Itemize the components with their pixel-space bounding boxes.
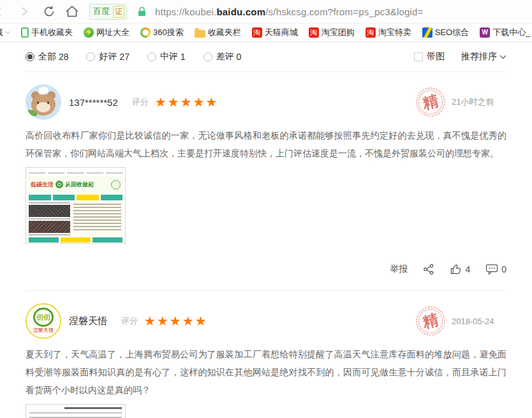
- review-item: 仞仞 涅磐天悟 涅磐天悟 评分 ★★★★★ 精 2018-05-24 夏天到了，…: [26, 290, 506, 418]
- like-button[interactable]: 4: [450, 263, 470, 275]
- featured-stamp: 精: [414, 304, 447, 338]
- bookmark-folder-partial[interactable]: 藏: [0, 27, 10, 38]
- radio-icon: [203, 52, 212, 61]
- review-timestamp: 2018-05-24: [452, 317, 506, 326]
- bookmark-mobile-favorites[interactable]: 手机收藏夹: [21, 27, 73, 38]
- chevron-down-icon: [5, 30, 10, 35]
- bookmark-taobao-groupon[interactable]: 淘 淘宝团购: [309, 27, 355, 38]
- review-photo-thumbnail[interactable]: 低碳生活 从回收做起: [26, 167, 126, 244]
- address-bar-url[interactable]: https://koubei.baidu.com/s/hskcsg.com?fr…: [155, 6, 424, 17]
- filter-count: 1: [181, 52, 186, 62]
- review-username: 137******52: [69, 97, 118, 108]
- radio-icon: [26, 52, 34, 61]
- back-icon[interactable]: [0, 3, 8, 20]
- bookmark-download-center[interactable]: W 下载中心_: [480, 27, 530, 38]
- filter-positive[interactable]: 好评 27: [86, 51, 129, 63]
- thumb-nav-tabs: [29, 195, 122, 200]
- bookmark-tmall[interactable]: 淘 天猫商城: [252, 27, 298, 38]
- sort-dropdown[interactable]: 推荐排序: [461, 51, 506, 63]
- checkbox-icon: [414, 52, 423, 61]
- filter-count: 27: [119, 52, 129, 62]
- seo-icon: [422, 27, 432, 38]
- url-host: baidu.com: [216, 6, 265, 17]
- thumb-doc-line: [29, 412, 122, 414]
- rating-label: 评分: [121, 315, 138, 327]
- review-page: 全部 28 好评 27 中评 1 差评 0 带图 推荐排序: [0, 42, 532, 418]
- url-path: /s/hskcsg.com?from=ps_pc3&logid=: [265, 6, 423, 17]
- review-text: 夏天到了，天气高温了，上海腾布贸易公司为了服装加工厂着想给特别提醒了高温天气注意…: [26, 345, 506, 399]
- comment-button[interactable]: 0: [485, 264, 506, 275]
- bookmark-seo[interactable]: SEO综合: [422, 27, 469, 38]
- download-center-icon: W: [480, 27, 490, 38]
- chevron-down-icon: [499, 55, 506, 59]
- review-action-bar: 举报 4: [26, 263, 506, 290]
- filter-all[interactable]: 全部 28: [26, 51, 68, 63]
- favorites-folder-icon: [195, 30, 205, 38]
- bookmark-site-directory[interactable]: 网址大全: [84, 27, 129, 38]
- like-count: 4: [465, 264, 470, 274]
- review-filter-bar: 全部 28 好评 27 中评 1 差评 0 带图 推荐排序: [26, 42, 506, 71]
- star-rating: ★★★★★: [144, 315, 208, 327]
- https-lock-icon: [133, 3, 150, 20]
- mobile-favorites-icon: [21, 27, 29, 38]
- thumb-menu-bar: [29, 170, 122, 175]
- thumbs-up-icon: [450, 263, 462, 275]
- avatar-logo-ring: 仞仞: [33, 308, 54, 327]
- avatar-logo-text: 涅磐天悟: [27, 327, 60, 334]
- thumb-logo-badge: [111, 180, 121, 190]
- review-photo-thumbnail[interactable]: [26, 404, 126, 418]
- bookmark-favorites-folder[interactable]: 收藏夹栏: [195, 27, 241, 38]
- thumb-text-column: [72, 202, 122, 235]
- review-text: 高价回收布料厂家你们是比较诚信的一家，无论做事风格和老板的承诺都能够按照事先约定…: [26, 126, 506, 162]
- report-button[interactable]: 举报: [390, 264, 408, 275]
- thumb-banner: 低碳生活 从回收做起: [29, 176, 122, 193]
- thumb-photo-column: [29, 202, 70, 235]
- url-scheme: https://koubei.: [155, 6, 216, 17]
- tmall-icon: 淘: [252, 27, 262, 38]
- avatar[interactable]: 仞仞 涅磐天悟: [26, 303, 61, 339]
- taobao-icon: 淘: [309, 27, 319, 38]
- site-directory-icon: [84, 27, 94, 38]
- star-rating: ★★★★★: [155, 96, 219, 108]
- rating-label: 评分: [132, 96, 149, 108]
- featured-stamp: 精: [414, 86, 447, 119]
- recycle-icon: [55, 181, 63, 188]
- comment-icon: [485, 264, 498, 275]
- avatar[interactable]: [26, 84, 61, 120]
- taobao-icon: 淘: [366, 27, 376, 38]
- comment-count: 0: [501, 264, 506, 274]
- forward-icon[interactable]: [15, 3, 32, 20]
- thumb-doc-title: [64, 407, 122, 409]
- radio-icon: [147, 52, 156, 61]
- filter-neutral[interactable]: 中评 1: [147, 51, 186, 63]
- cert-badge-label: 百度: [92, 6, 111, 17]
- with-image-checkbox[interactable]: 带图: [414, 51, 445, 63]
- share-button[interactable]: [423, 264, 434, 275]
- refresh-icon[interactable]: [41, 3, 57, 20]
- radio-icon: [86, 52, 95, 61]
- baidu-cert-badge[interactable]: 百度 证: [89, 4, 127, 20]
- 360-search-icon: [139, 26, 152, 40]
- bookmark-taobao-sale[interactable]: 淘 淘宝特卖: [366, 27, 411, 38]
- filter-negative[interactable]: 差评 0: [203, 51, 242, 63]
- cert-verified-label: 证: [113, 6, 124, 18]
- review-timestamp: 21小时之前: [452, 96, 506, 108]
- filter-count: 28: [59, 52, 69, 62]
- review-item: 137******52 评分 ★★★★★ 精 21小时之前 高价回收布料厂家你们…: [26, 71, 506, 290]
- bookmark-360-search[interactable]: 360搜索: [140, 27, 184, 38]
- share-icon: [423, 264, 434, 275]
- home-icon[interactable]: [64, 3, 80, 20]
- browser-toolbar: 百度 证 https://koubei.baidu.com/s/hskcsg.c…: [0, 0, 532, 24]
- review-username: 涅磐天悟: [69, 315, 107, 327]
- thumb-footer-bar: [29, 237, 122, 243]
- bookmark-partial-label: 藏: [0, 27, 3, 38]
- filter-count: 0: [237, 52, 242, 62]
- bookmarks-bar: 藏 手机收藏夹 网址大全 360搜索 收藏夹栏 淘 天猫商城 淘 淘宝团购 淘 …: [0, 24, 532, 42]
